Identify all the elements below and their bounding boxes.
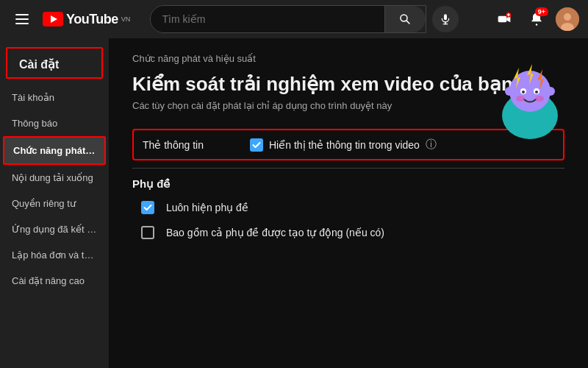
- youtube-logo-icon: [43, 12, 63, 26]
- header: YouTubeVN: [0, 0, 588, 38]
- svg-point-28: [535, 96, 544, 102]
- subtitle-section-label: Phụ đề: [132, 177, 564, 191]
- sidebar-heading: Cài đặt: [6, 47, 103, 79]
- mic-icon: [440, 13, 451, 25]
- notifications-button[interactable]: 9+: [523, 6, 550, 32]
- search-container: [150, 5, 459, 33]
- header-left: YouTubeVN: [9, 6, 130, 32]
- svg-point-12: [536, 24, 538, 26]
- svg-point-26: [546, 87, 555, 96]
- mic-button[interactable]: [432, 6, 459, 32]
- sidebar-item-connected[interactable]: Ứng dụng đã kết nối: [0, 216, 109, 242]
- create-icon: [497, 12, 512, 26]
- illustration-svg: [490, 53, 570, 141]
- info-card-description: Hiển thị thẻ thông tin trong video: [269, 139, 420, 151]
- subtitle-section: Phụ đề Luôn hiện phụ đề Bao gồm cả phụ đ…: [132, 177, 564, 245]
- hamburger-button[interactable]: [9, 6, 35, 32]
- subtitle-include-auto-row: Bao gồm cả phụ đề được tạo tự động (nếu …: [132, 220, 564, 245]
- svg-point-14: [564, 13, 571, 21]
- sidebar-item-account[interactable]: Tài khoản: [0, 85, 109, 110]
- avatar-image: [556, 7, 579, 31]
- search-box: [150, 5, 426, 33]
- avatar[interactable]: [556, 7, 579, 31]
- youtube-wordmark: YouTube: [66, 12, 118, 27]
- notification-count: 9+: [535, 7, 548, 16]
- illustration: [490, 53, 570, 141]
- info-card-content: Hiển thị thẻ thông tin trong video ⓘ: [250, 138, 437, 152]
- subtitle-always-show-row: Luôn hiện phụ đề: [132, 195, 564, 220]
- svg-line-3: [406, 21, 409, 24]
- always-show-label: Luôn hiện phụ đề: [166, 202, 248, 213]
- checkmark-icon-2: [143, 203, 152, 212]
- header-right: 9+: [491, 6, 579, 32]
- sidebar-item-notifications[interactable]: Thông báo: [0, 110, 109, 136]
- hamburger-icon: [11, 10, 33, 29]
- main-content: Chức năng phát và hiệu suất Kiểm soát tr…: [109, 38, 588, 368]
- sidebar-item-privacy[interactable]: Quyền riêng tư: [0, 191, 109, 216]
- sidebar-item-billing[interactable]: Lập hóa đơn và thanh toán: [0, 242, 109, 268]
- info-card-label: Thẻ thông tin: [143, 139, 238, 151]
- divider-1: [132, 168, 564, 169]
- svg-point-20: [522, 91, 525, 93]
- sidebar-item-downloads[interactable]: Nội dung tải xuống: [0, 165, 109, 191]
- logo-container[interactable]: YouTubeVN: [43, 12, 130, 27]
- svg-point-25: [505, 87, 514, 96]
- include-auto-label: Bao gồm cả phụ đề được tạo tự động (nếu …: [166, 227, 384, 238]
- create-button[interactable]: [491, 6, 517, 32]
- svg-point-21: [535, 91, 538, 93]
- sidebar: Cài đặt Tài khoản Thông báo Chức năng ph…: [0, 38, 109, 368]
- svg-rect-4: [444, 14, 447, 20]
- info-card-checkbox[interactable]: [250, 138, 263, 152]
- checkmark-icon: [252, 141, 261, 149]
- sidebar-item-playback[interactable]: Chức năng phát và hiệu suất: [3, 136, 106, 165]
- svg-point-27: [516, 96, 525, 102]
- always-show-checkbox[interactable]: [141, 201, 154, 214]
- search-button[interactable]: [384, 6, 426, 32]
- search-icon: [398, 13, 412, 26]
- svg-rect-7: [498, 16, 507, 22]
- info-icon[interactable]: ⓘ: [426, 138, 437, 152]
- sidebar-item-advanced[interactable]: Cài đặt nâng cao: [0, 268, 109, 294]
- vn-badge: VN: [121, 15, 131, 23]
- include-auto-checkbox[interactable]: [141, 226, 154, 239]
- search-input[interactable]: [151, 6, 384, 32]
- layout: Cài đặt Tài khoản Thông báo Chức năng ph…: [0, 38, 588, 368]
